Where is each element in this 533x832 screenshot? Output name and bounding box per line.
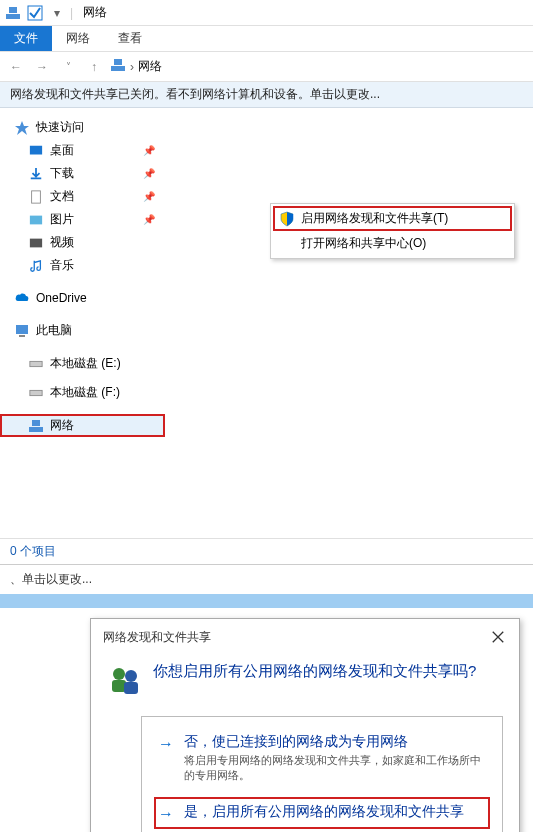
- qat-checkbox-icon[interactable]: [26, 4, 44, 22]
- svg-rect-3: [111, 66, 125, 71]
- statusbar-item-count: 0 个项目: [10, 544, 56, 558]
- infobar[interactable]: 网络发现和文件共享已关闭。看不到网络计算机和设备。单击以更改...: [0, 82, 533, 108]
- svg-rect-7: [30, 215, 42, 224]
- sidebar-item-documents[interactable]: 文档 📌: [0, 185, 165, 208]
- titlebar: ▾ | 网络: [0, 0, 533, 26]
- option-yes-public[interactable]: → 是，启用所有公用网络的网络发现和文件共享: [154, 797, 490, 829]
- context-menu: 启用网络发现和文件共享(T) 打开网络和共享中心(O): [270, 203, 515, 259]
- sidebar-item-label: 图片: [50, 211, 74, 228]
- infobar-message: 网络发现和文件共享已关闭。看不到网络计算机和设备。单击以更改...: [10, 87, 380, 101]
- sidebar-item-desktop[interactable]: 桌面 📌: [0, 139, 165, 162]
- sidebar-item-downloads[interactable]: 下载 📌: [0, 162, 165, 185]
- dialog-header: 网络发现和文件共享: [91, 619, 519, 656]
- tab-view[interactable]: 查看: [104, 26, 156, 51]
- sidebar-item-label: 网络: [50, 417, 74, 434]
- documents-icon: [28, 189, 44, 205]
- nav-forward-icon[interactable]: →: [32, 57, 52, 77]
- breadcrumb-root[interactable]: 网络: [138, 58, 162, 75]
- svg-point-17: [125, 670, 137, 682]
- close-icon[interactable]: [491, 630, 507, 646]
- main-area: 启用网络发现和文件共享(T) 打开网络和共享中心(O) 快速访问 桌面 📌 下载…: [0, 108, 533, 538]
- people-network-icon: [107, 662, 143, 698]
- svg-rect-18: [124, 682, 138, 694]
- svg-rect-8: [30, 238, 42, 247]
- dialog-container: 网络发现和文件共享 你想启用所有公用网络的网络发现和文件共享吗?: [0, 608, 533, 832]
- option-title: 否，使已连接到的网络成为专用网络: [184, 733, 486, 751]
- desktop-icon: [28, 143, 44, 159]
- sidebar-item-music[interactable]: 音乐: [0, 254, 165, 277]
- sidebar-item-pictures[interactable]: 图片 📌: [0, 208, 165, 231]
- drive-icon: [28, 385, 44, 401]
- pin-icon: 📌: [143, 168, 155, 179]
- download-icon: [28, 166, 44, 182]
- network-icon: [4, 4, 22, 22]
- partial-text: 、单击以更改...: [0, 564, 533, 594]
- window-title: 网络: [83, 4, 107, 21]
- nav-back-icon[interactable]: ←: [6, 57, 26, 77]
- breadcrumb[interactable]: › 网络: [110, 57, 162, 76]
- sidebar-item-label: 视频: [50, 234, 74, 251]
- blue-strip: [0, 594, 533, 608]
- sidebar-item-label: 下载: [50, 165, 74, 182]
- qat-dropdown-icon[interactable]: ▾: [48, 4, 66, 22]
- menu-open-sharing-center[interactable]: 打开网络和共享中心(O): [273, 231, 512, 256]
- nav-recent-icon[interactable]: ˅: [58, 57, 78, 77]
- svg-rect-9: [16, 325, 28, 334]
- sidebar-item-drive-e[interactable]: 本地磁盘 (E:): [0, 352, 165, 375]
- dialog-options: → 否，使已连接到的网络成为专用网络 将启用专用网络的网络发现和文件共享，如家庭…: [141, 716, 503, 832]
- dialog-network-sharing: 网络发现和文件共享 你想启用所有公用网络的网络发现和文件共享吗?: [90, 618, 520, 832]
- svg-rect-4: [114, 59, 122, 65]
- nav-up-icon[interactable]: ↑: [84, 57, 104, 77]
- svg-rect-11: [30, 361, 42, 366]
- svg-rect-14: [32, 420, 40, 426]
- statusbar: 0 个项目: [0, 538, 533, 564]
- network-folder-icon: [110, 57, 126, 76]
- network-icon: [28, 418, 44, 434]
- arrow-right-icon: →: [158, 735, 174, 753]
- svg-rect-6: [32, 190, 41, 202]
- sidebar-item-videos[interactable]: 视频: [0, 231, 165, 254]
- tab-file[interactable]: 文件: [0, 26, 52, 51]
- sidebar-item-onedrive[interactable]: OneDrive: [0, 287, 165, 309]
- sidebar-item-label: 本地磁盘 (E:): [50, 355, 121, 372]
- drive-icon: [28, 356, 44, 372]
- thispc-icon: [14, 323, 30, 339]
- sidebar-item-label: 桌面: [50, 142, 74, 159]
- music-icon: [28, 258, 44, 274]
- sidebar-nav: 快速访问 桌面 📌 下载 📌 文档 📌 图片 📌 视频 音乐: [0, 108, 165, 538]
- svg-rect-1: [9, 7, 17, 13]
- menu-item-label: 打开网络和共享中心(O): [301, 235, 426, 252]
- dialog-body: 你想启用所有公用网络的网络发现和文件共享吗? → 否，使已连接到的网络成为专用网…: [91, 656, 519, 832]
- option-no-private[interactable]: → 否，使已连接到的网络成为专用网络 将启用专用网络的网络发现和文件共享，如家庭…: [154, 727, 490, 789]
- sidebar-item-drive-f[interactable]: 本地磁盘 (F:): [0, 381, 165, 404]
- menu-item-label: 启用网络发现和文件共享(T): [301, 210, 448, 227]
- breadcrumb-chevron-icon[interactable]: ›: [130, 60, 134, 74]
- videos-icon: [28, 235, 44, 251]
- svg-rect-5: [30, 145, 42, 154]
- partial-text-content: 、单击以更改...: [10, 572, 92, 586]
- sidebar-item-label: 音乐: [50, 257, 74, 274]
- svg-rect-16: [112, 680, 126, 692]
- sidebar-item-network[interactable]: 网络: [0, 414, 165, 437]
- menu-enable-discovery[interactable]: 启用网络发现和文件共享(T): [273, 206, 512, 231]
- sidebar-item-quick-access[interactable]: 快速访问: [0, 116, 165, 139]
- pin-icon: 📌: [143, 191, 155, 202]
- option-desc: 将启用专用网络的网络发现和文件共享，如家庭和工作场所中的专用网络。: [184, 753, 486, 783]
- svg-rect-13: [29, 427, 43, 432]
- titlebar-separator: |: [70, 6, 73, 20]
- sidebar-item-label: 此电脑: [36, 322, 72, 339]
- sidebar-item-thispc[interactable]: 此电脑: [0, 319, 165, 342]
- sidebar-item-label: 本地磁盘 (F:): [50, 384, 120, 401]
- dialog-title: 网络发现和文件共享: [103, 629, 211, 646]
- dialog-question-text: 你想启用所有公用网络的网络发现和文件共享吗?: [153, 662, 476, 681]
- sidebar-item-label: OneDrive: [36, 291, 87, 305]
- sidebar-item-label: 文档: [50, 188, 74, 205]
- tab-network[interactable]: 网络: [52, 26, 104, 51]
- shield-icon: [279, 211, 295, 227]
- navbar: ← → ˅ ↑ › 网络: [0, 52, 533, 82]
- ribbon-tabs: 文件 网络 查看: [0, 26, 533, 52]
- option-title: 是，启用所有公用网络的网络发现和文件共享: [184, 803, 464, 821]
- arrow-right-icon: →: [158, 805, 174, 823]
- star-icon: [14, 120, 30, 136]
- svg-point-15: [113, 668, 125, 680]
